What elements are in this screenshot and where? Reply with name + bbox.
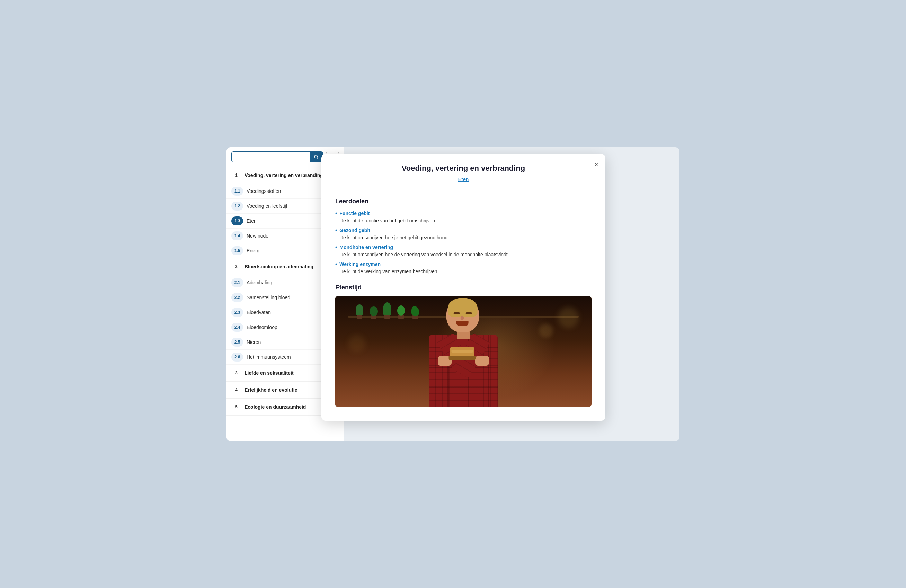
- section-label-2.1: Ademhaling: [247, 280, 272, 285]
- app-container: 1 Voeding, vertering en verbranding ∧ 1.…: [226, 147, 680, 441]
- food-image: [335, 296, 592, 407]
- leerdoel-desc-3: Je kunt omschrijven hoe de vertering van…: [341, 252, 592, 257]
- foliage: [356, 304, 363, 316]
- section-num-2.1: 2.1: [231, 278, 243, 287]
- search-button[interactable]: [310, 152, 322, 162]
- leerdoel-desc-4: Je kunt de werking van enzymen beschrijv…: [341, 269, 592, 274]
- leerdoel-item-2: Gezond gebit Je kunt omschrijven hoe je …: [335, 227, 592, 240]
- leerdoelen-list: Functie gebit Je kunt de functie van het…: [335, 210, 592, 274]
- modal-divider: [321, 189, 605, 190]
- sandwich-bottom: [449, 356, 476, 360]
- person-nose: [460, 316, 464, 320]
- plant-2: [370, 306, 377, 319]
- section-label-1.1: Voedingsstoffen: [247, 188, 281, 194]
- chapter-num-5: 5: [231, 402, 241, 412]
- leerdoel-title-4[interactable]: Werking enzymen: [335, 261, 592, 268]
- leerdoel-title-3[interactable]: Mondholte en vertering: [335, 244, 592, 251]
- modal-header: × Voeding, vertering en verbranding Eten: [321, 154, 605, 190]
- chapter-num-4: 4: [231, 385, 241, 395]
- section-num-1.1: 1.1: [231, 186, 243, 196]
- search-input[interactable]: [232, 152, 310, 162]
- section-num-1.5: 1.5: [231, 246, 243, 255]
- plant-4: [397, 304, 405, 319]
- leerdoel-item-4: Werking enzymen Je kunt de werking van e…: [335, 261, 592, 274]
- leerdoelen-heading: Leerdoelen: [335, 198, 592, 205]
- chapter-num-1: 1: [231, 171, 241, 180]
- sandwich-filling: [451, 350, 473, 352]
- bokeh-3: [348, 335, 365, 352]
- search-input-wrapper: [231, 151, 323, 163]
- scene: [335, 296, 592, 407]
- leerdoel-title-2[interactable]: Gezond gebit: [335, 227, 592, 234]
- leerdoel-item-3: Mondholte en vertering Je kunt omschrijv…: [335, 244, 592, 257]
- plants: [356, 302, 419, 319]
- section-num-1.4: 1.4: [231, 231, 243, 240]
- foliage: [412, 306, 419, 316]
- foliage: [370, 306, 378, 316]
- left-eye: [453, 312, 459, 314]
- close-button[interactable]: ×: [594, 161, 598, 168]
- foliage: [397, 306, 405, 316]
- chapter-num-3: 3: [231, 368, 241, 378]
- section-label-1.5: Energie: [247, 248, 263, 253]
- chapter-num-2: 2: [231, 262, 241, 271]
- plant-5: [412, 305, 419, 319]
- section-label-2.5: Nieren: [247, 339, 261, 345]
- modal-subtitle-link[interactable]: Eten: [335, 176, 592, 182]
- section-label-2.2: Samenstelling bloed: [247, 295, 290, 300]
- leerdoel-desc-2: Je kunt omschrijven hoe je het gebit gez…: [341, 235, 592, 240]
- sandwich-top: [450, 347, 474, 360]
- section-num-2.5: 2.5: [231, 338, 243, 347]
- modal-title: Voeding, vertering en verbranding: [335, 164, 592, 173]
- section-label-2.6: Het immuunsysteem: [247, 354, 291, 360]
- section-num-1.3: 1.3: [231, 217, 243, 225]
- etenstijd-heading: Etenstijd: [335, 284, 592, 291]
- content-modal: × Voeding, vertering en verbranding Eten…: [321, 154, 605, 421]
- leerdoel-title-1[interactable]: Functie gebit: [335, 210, 592, 217]
- leerdoel-item-1: Functie gebit Je kunt de functie van het…: [335, 210, 592, 223]
- modal-body: Leerdoelen Functie gebit Je kunt de func…: [321, 190, 605, 421]
- section-num-2.2: 2.2: [231, 293, 243, 302]
- foliage: [383, 302, 391, 316]
- section-num-2.3: 2.3: [231, 308, 243, 317]
- leerdoel-desc-1: Je kunt de functie van het gebit omschri…: [341, 218, 592, 223]
- bokeh-2: [539, 324, 553, 338]
- right-hand: [475, 356, 489, 366]
- plant-3: [384, 302, 390, 319]
- person-mouth: [456, 321, 468, 326]
- section-num-2.4: 2.4: [231, 323, 243, 332]
- section-num-1.2: 1.2: [231, 202, 243, 210]
- right-eye: [466, 312, 472, 314]
- section-label-1.3: Eten: [247, 218, 257, 224]
- search-icon: [313, 154, 319, 159]
- person-hair: [448, 298, 478, 317]
- bokeh-1: [558, 307, 579, 328]
- section-label-2.3: Bloedvaten: [247, 309, 271, 315]
- person-head: [447, 298, 479, 332]
- section-label-2.4: Bloedsomloop: [247, 325, 278, 330]
- plant-1: [356, 303, 363, 319]
- section-label-1.2: Voeding en leefstijl: [247, 203, 287, 209]
- section-num-2.6: 2.6: [231, 352, 243, 362]
- section-label-1.4: New node: [247, 233, 268, 239]
